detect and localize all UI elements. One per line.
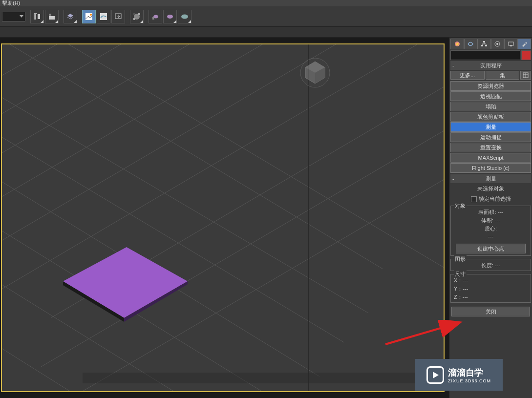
- utilities-rollout-header[interactable]: - 实用程序: [450, 61, 531, 70]
- collapse-icon: -: [452, 176, 454, 182]
- collapse-icon: -: [452, 63, 454, 68]
- utility-item-5[interactable]: 运动捕捉: [450, 132, 531, 142]
- centroid-label: 质心:: [452, 225, 530, 233]
- box-object[interactable]: [61, 232, 192, 330]
- toolbar-btn-layers[interactable]: [64, 10, 77, 23]
- svg-rect-41: [481, 45, 483, 46]
- toolbar-btn-render[interactable]: [178, 10, 192, 23]
- sub-toolbar: [0, 27, 532, 38]
- svg-rect-8: [133, 13, 135, 15]
- viewport-grid: [2, 44, 445, 392]
- utilities-list: 资源浏览器 透视匹配 塌陷 颜色剪贴板 测量 运动捕捉 重置变换 MAXScri…: [450, 81, 531, 173]
- size-y: Y：---: [452, 285, 530, 293]
- utility-item-4[interactable]: 测量: [450, 122, 531, 132]
- rollout-title: 实用程序: [480, 62, 502, 69]
- toolbar-btn-material[interactable]: [130, 10, 144, 23]
- measure-rollout-header[interactable]: - 测量: [450, 174, 531, 183]
- footer-strip: [83, 373, 447, 383]
- utility-item-0[interactable]: 资源浏览器: [450, 81, 531, 91]
- svg-rect-46: [510, 45, 512, 46]
- help-menu[interactable]: 帮助(H): [2, 0, 20, 7]
- object-group-label: 对象: [454, 202, 467, 209]
- watermark-title: 溜溜自学: [448, 367, 491, 378]
- svg-line-51: [385, 323, 459, 344]
- main-toolbar: [0, 6, 532, 27]
- svg-rect-10: [133, 18, 135, 20]
- svg-rect-12: [152, 17, 154, 20]
- toolbar-btn-2[interactable]: [45, 10, 59, 23]
- lock-selection-label: 锁定当前选择: [479, 195, 511, 203]
- svg-rect-0: [38, 14, 40, 19]
- svg-line-28: [2, 44, 271, 225]
- svg-rect-47: [523, 73, 528, 78]
- hierarchy-tab[interactable]: [477, 39, 491, 49]
- centroid-value: ---: [452, 233, 530, 240]
- name-field[interactable]: [450, 50, 520, 60]
- svg-rect-2: [49, 14, 51, 16]
- svg-point-14: [181, 14, 188, 19]
- svg-line-31: [2, 44, 65, 103]
- svg-marker-52: [433, 372, 439, 378]
- toolbar-btn-1[interactable]: [30, 10, 44, 23]
- toolbar-btn-download[interactable]: [111, 10, 125, 23]
- svg-line-29: [2, 44, 197, 181]
- utility-item-2[interactable]: 塌陷: [450, 102, 531, 111]
- close-button[interactable]: 关闭: [451, 307, 530, 316]
- object-group: 对象 表面积: --- 体积: --- 质心: --- 创建中心点: [450, 206, 531, 256]
- display-tab[interactable]: [504, 39, 518, 49]
- shape-group-label: 图形: [454, 255, 467, 263]
- color-swatch[interactable]: [521, 50, 531, 60]
- svg-point-44: [496, 43, 498, 45]
- size-group-label: 尺寸: [454, 271, 467, 278]
- svg-marker-36: [63, 247, 188, 318]
- no-selection-label: 未选择对象: [450, 184, 531, 193]
- perspective-viewport[interactable]: [1, 43, 445, 392]
- utility-item-6[interactable]: 重置变换: [450, 143, 531, 152]
- utility-item-7[interactable]: MAXScript: [450, 153, 531, 163]
- create-tab[interactable]: [450, 39, 464, 49]
- toolbar-btn-graph[interactable]: [97, 10, 110, 23]
- svg-rect-40: [483, 41, 485, 42]
- utilities-tab[interactable]: [518, 39, 532, 49]
- toolbar-btn-render-setup[interactable]: [149, 10, 162, 23]
- panel-tabs: [450, 39, 531, 49]
- svg-line-30: [2, 44, 129, 142]
- utility-item-3[interactable]: 颜色剪贴板: [450, 112, 531, 122]
- svg-point-13: [167, 15, 173, 19]
- size-z: Z：---: [452, 293, 530, 301]
- watermark-sub: ZIXUE.3D66.COM: [448, 378, 491, 383]
- svg-rect-9: [138, 13, 140, 15]
- size-group: 尺寸 X：--- Y：--- Z：---: [450, 274, 531, 303]
- svg-rect-1: [49, 16, 55, 20]
- utility-item-8[interactable]: Flight Studio (c): [450, 163, 531, 173]
- svg-rect-45: [509, 42, 513, 45]
- viewcube[interactable]: [298, 54, 332, 88]
- volume: 体积: ---: [452, 216, 530, 225]
- modify-tab[interactable]: [464, 39, 478, 49]
- utility-item-1[interactable]: 透视匹配: [450, 91, 531, 101]
- svg-rect-42: [485, 45, 487, 46]
- play-icon: [426, 366, 444, 384]
- sets-button[interactable]: 集: [486, 71, 520, 80]
- config-button[interactable]: [520, 71, 531, 80]
- rollout-title: 测量: [486, 175, 496, 183]
- create-center-button[interactable]: 创建中心点: [456, 244, 526, 253]
- more-button[interactable]: 更多...: [450, 71, 485, 80]
- shape-group: 图形 长度: ---: [450, 259, 531, 271]
- dropdown-select[interactable]: [2, 12, 25, 21]
- menu-bar: 帮助(H): [0, 0, 532, 6]
- svg-point-4: [90, 14, 92, 16]
- lock-selection-checkbox[interactable]: [471, 196, 477, 202]
- toolbar-btn-render-frame[interactable]: [163, 10, 177, 23]
- annotation-arrow: [381, 320, 468, 349]
- watermark: 溜溜自学 ZIXUE.3D66.COM: [415, 359, 503, 391]
- toolbar-btn-curve-editor[interactable]: [82, 10, 96, 23]
- motion-tab[interactable]: [491, 39, 505, 49]
